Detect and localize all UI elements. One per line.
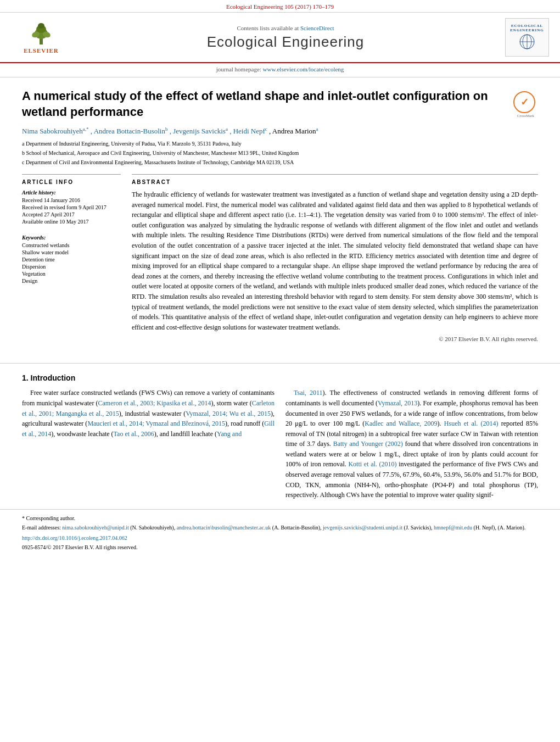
eco-logo-icon (516, 34, 538, 50)
author-3: , Jevgenijs Savickisa (170, 127, 229, 135)
scidir-line: Contents lists available at ScienceDirec… (71, 25, 500, 31)
scidir-link[interactable]: ScienceDirect (300, 25, 334, 31)
issn-line: 0925-8574/© 2017 Elsevier B.V. All right… (22, 543, 538, 551)
keyword-2: Shallow water model (22, 249, 121, 255)
doi-link[interactable]: http://dx.doi.org/10.1016/j.ecoleng.2017… (22, 535, 127, 541)
journal-logo-area: ECOLOGICAL ENGINEERING (500, 18, 549, 57)
homepage-link[interactable]: www.elsevier.com/locate/ecoleng (263, 66, 344, 72)
journal-header: ELSEVIER Contents lists available at Sci… (0, 13, 560, 63)
keyword-4: Dispersion (22, 264, 121, 270)
received-date: Received 14 January 2016 (22, 197, 121, 203)
intro-para-2: Tsai, 2011). The effectiveness of constr… (285, 388, 538, 500)
keyword-3: Detention time (22, 256, 121, 263)
author-5: , Andrea Mariona (269, 127, 318, 135)
email-4-link[interactable]: hmnepf@mit.edu (434, 525, 472, 531)
email-3-link[interactable]: jevgenijs.savickis@studenti.unipd.it (323, 525, 402, 531)
info-abstract-section: ARTICLE INFO Article history: Received 1… (22, 174, 538, 342)
affil-c: c Department of Civil and Environmental … (22, 158, 538, 166)
intro-heading: 1. Introduction (22, 373, 538, 382)
revised-date: Received in revised form 9 April 2017 (22, 204, 121, 210)
email-note: E-mail addresses: nima.sabokrouhiyeh@uni… (22, 523, 538, 532)
introduction-section: 1. Introduction Free water surface const… (0, 373, 560, 504)
keyword-5: Vegetation (22, 271, 121, 277)
abstract-heading: ABSTRACT (132, 179, 538, 185)
corresponding-note: * Corresponding author. (22, 514, 538, 522)
ref-yang[interactable]: Yang and (217, 430, 242, 438)
ref-tsai[interactable]: Tsai, 2011 (294, 389, 323, 397)
authors-line: Nima Sabokrouhiyeha,* , Andrea Bottacin-… (22, 125, 538, 136)
ref-hsueh[interactable]: Hsueh et al. (2014) (444, 420, 499, 427)
abstract-text: The hydraulic efficiency of wetlands for… (132, 189, 538, 332)
homepage-line: journal homepage: www.elsevier.com/locat… (0, 63, 560, 77)
ref-cameron[interactable]: Cameron et al., 2003; Kipasika et al., 2… (98, 399, 211, 407)
keyword-6: Design (22, 278, 121, 284)
journal-title: Ecological Engineering (71, 34, 500, 51)
title-section: A numerical study of the effect of wetla… (22, 88, 538, 120)
email-1-link[interactable]: nima.sabokrouhiyeh@unipd.it (62, 525, 128, 531)
journal-logo-box: ECOLOGICAL ENGINEERING (505, 18, 549, 57)
intro-para-1: Free water surface constructed wetlands … (22, 388, 275, 439)
author-2: , Andrea Bottacin-Busolinb (91, 127, 170, 135)
elsevier-tree-icon (27, 21, 55, 46)
ref-maucieri[interactable]: Maucieri et al., 2014; Vymazal and Březi… (87, 420, 225, 427)
crossmark-badge: ✓ CrossMark (513, 91, 538, 116)
footnote-section: * Corresponding author. E-mail addresses… (0, 509, 560, 551)
publisher-logo: ELSEVIER (11, 21, 71, 54)
journal-bar: Ecological Engineering 105 (2017) 170–17… (0, 0, 560, 13)
author-1: Nima Sabokrouhiyeha,* (22, 127, 91, 135)
keywords-label: Keywords: (22, 235, 121, 241)
affiliations: a Department of Industrial Engineering, … (22, 140, 538, 166)
ref-kotti[interactable]: Kotti et al. (2010) (348, 460, 396, 468)
article-title: A numerical study of the effect of wetla… (22, 88, 505, 120)
elsevier-brand: ELSEVIER (24, 47, 59, 54)
email-2-link[interactable]: andrea.bottacin\busolin@manchester.ac.uk (177, 525, 271, 531)
journal-citation: Ecological Engineering 105 (2017) 170–17… (226, 3, 334, 10)
crossmark-icon: ✓ (513, 91, 535, 113)
journal-name-section: Contents lists available at ScienceDirec… (71, 25, 500, 51)
intro-col-left: Free water surface constructed wetlands … (22, 388, 275, 504)
ref-kadlec-wallace[interactable]: Kadlec and Wallace, 2009 (365, 420, 437, 427)
available-date: Available online 10 May 2017 (22, 219, 121, 225)
ref-batty[interactable]: Batty and Younger (2002) (333, 440, 403, 448)
copyright-notice: © 2017 Elsevier B.V. All rights reserved… (132, 336, 538, 342)
abstract-panel: ABSTRACT The hydraulic efficiency of wet… (132, 174, 538, 342)
ref-vymazal2[interactable]: Vymazal, 2013 (378, 399, 417, 407)
intro-columns: Free water surface constructed wetlands … (22, 388, 538, 504)
article-info-heading: ARTICLE INFO (22, 179, 121, 185)
ref-vymazal[interactable]: Vymazal, 2014; Wu et al., 2015 (186, 410, 271, 417)
ref-tao[interactable]: Tao et al., 2006 (114, 430, 154, 438)
author-4: , Heidi Nepfc (229, 127, 269, 135)
keyword-1: Constructed wetlands (22, 242, 121, 248)
svg-point-3 (38, 23, 44, 29)
affil-b: b School of Mechanical, Aerospace and Ci… (22, 149, 538, 157)
doi-line: http://dx.doi.org/10.1016/j.ecoleng.2017… (22, 534, 538, 542)
intro-col-right: Tsai, 2011). The effectiveness of constr… (285, 388, 538, 504)
affil-a: a Department of Industrial Engineering, … (22, 140, 538, 148)
article-info-panel: ARTICLE INFO Article history: Received 1… (22, 174, 121, 342)
keywords-list: Constructed wetlands Shallow water model… (22, 242, 121, 284)
accepted-date: Accepted 27 April 2017 (22, 211, 121, 217)
history-label: Article history: (22, 189, 121, 196)
article-main: A numerical study of the effect of wetla… (0, 77, 560, 353)
